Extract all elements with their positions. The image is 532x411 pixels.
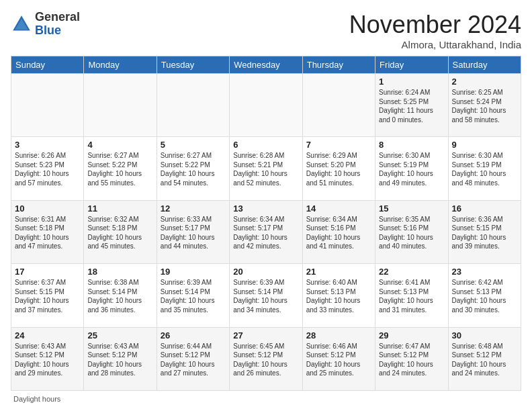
calendar-cell: 29Sunrise: 6:47 AMSunset: 5:12 PMDayligh… bbox=[375, 327, 448, 390]
header-saturday: Saturday bbox=[448, 56, 521, 74]
logo: General Blue bbox=[11, 11, 80, 38]
day-number: 2 bbox=[452, 77, 517, 87]
day-number: 19 bbox=[161, 267, 226, 277]
calendar-cell: 11Sunrise: 6:32 AMSunset: 5:18 PMDayligh… bbox=[84, 200, 157, 263]
day-info: Sunrise: 6:29 AMSunset: 5:20 PMDaylight:… bbox=[306, 151, 371, 187]
day-info: Sunrise: 6:47 AMSunset: 5:12 PMDaylight:… bbox=[379, 342, 444, 378]
calendar-cell: 17Sunrise: 6:37 AMSunset: 5:15 PMDayligh… bbox=[11, 264, 84, 327]
day-number: 5 bbox=[161, 140, 226, 150]
calendar-week-3: 10Sunrise: 6:31 AMSunset: 5:18 PMDayligh… bbox=[11, 200, 521, 263]
day-info: Sunrise: 6:30 AMSunset: 5:19 PMDaylight:… bbox=[379, 151, 444, 187]
day-number: 11 bbox=[87, 203, 152, 214]
day-info: Sunrise: 6:24 AMSunset: 5:25 PMDaylight:… bbox=[379, 88, 444, 124]
day-number: 26 bbox=[161, 330, 226, 340]
calendar-cell: 13Sunrise: 6:34 AMSunset: 5:17 PMDayligh… bbox=[230, 200, 302, 263]
day-info: Sunrise: 6:27 AMSunset: 5:22 PMDaylight:… bbox=[87, 151, 152, 187]
day-number: 10 bbox=[15, 203, 80, 214]
day-info: Sunrise: 6:34 AMSunset: 5:17 PMDaylight:… bbox=[233, 215, 298, 251]
day-number: 29 bbox=[379, 330, 444, 340]
day-number: 4 bbox=[87, 140, 152, 150]
header-thursday: Thursday bbox=[302, 56, 375, 74]
day-info: Sunrise: 6:36 AMSunset: 5:15 PMDaylight:… bbox=[452, 215, 517, 251]
calendar-cell: 12Sunrise: 6:33 AMSunset: 5:17 PMDayligh… bbox=[157, 200, 229, 263]
calendar-cell: 4Sunrise: 6:27 AMSunset: 5:22 PMDaylight… bbox=[84, 137, 157, 200]
day-info: Sunrise: 6:25 AMSunset: 5:24 PMDaylight:… bbox=[452, 88, 517, 124]
day-info: Sunrise: 6:48 AMSunset: 5:12 PMDaylight:… bbox=[452, 342, 517, 378]
calendar-header-row: Sunday Monday Tuesday Wednesday Thursday… bbox=[11, 56, 521, 74]
daylight-hours-label: Daylight hours bbox=[13, 395, 60, 403]
calendar-cell: 1Sunrise: 6:24 AMSunset: 5:25 PMDaylight… bbox=[375, 74, 448, 137]
calendar-table: Sunday Monday Tuesday Wednesday Thursday… bbox=[11, 56, 521, 391]
header-sunday: Sunday bbox=[11, 56, 84, 74]
day-info: Sunrise: 6:40 AMSunset: 5:13 PMDaylight:… bbox=[306, 278, 371, 314]
calendar-week-5: 24Sunrise: 6:43 AMSunset: 5:12 PMDayligh… bbox=[11, 327, 521, 390]
day-number: 8 bbox=[379, 140, 444, 150]
day-number: 13 bbox=[233, 203, 298, 214]
day-number: 6 bbox=[233, 140, 298, 150]
calendar-cell bbox=[84, 74, 157, 137]
calendar-cell bbox=[11, 74, 84, 137]
day-info: Sunrise: 6:45 AMSunset: 5:12 PMDaylight:… bbox=[233, 342, 298, 378]
day-number: 16 bbox=[452, 203, 517, 214]
calendar-cell: 3Sunrise: 6:26 AMSunset: 5:23 PMDaylight… bbox=[11, 137, 84, 200]
day-info: Sunrise: 6:43 AMSunset: 5:12 PMDaylight:… bbox=[87, 342, 152, 378]
day-info: Sunrise: 6:26 AMSunset: 5:23 PMDaylight:… bbox=[15, 151, 80, 187]
calendar-cell: 27Sunrise: 6:45 AMSunset: 5:12 PMDayligh… bbox=[230, 327, 302, 390]
calendar-week-2: 3Sunrise: 6:26 AMSunset: 5:23 PMDaylight… bbox=[11, 137, 521, 200]
day-info: Sunrise: 6:39 AMSunset: 5:14 PMDaylight:… bbox=[233, 278, 298, 314]
day-info: Sunrise: 6:41 AMSunset: 5:13 PMDaylight:… bbox=[379, 278, 444, 314]
header: General Blue November 2024 Almora, Uttar… bbox=[11, 11, 521, 50]
day-number: 7 bbox=[306, 140, 371, 150]
day-number: 23 bbox=[452, 267, 517, 277]
header-monday: Monday bbox=[84, 56, 157, 74]
day-number: 12 bbox=[161, 203, 226, 214]
day-info: Sunrise: 6:34 AMSunset: 5:16 PMDaylight:… bbox=[306, 215, 371, 251]
day-number: 27 bbox=[233, 330, 298, 340]
day-info: Sunrise: 6:27 AMSunset: 5:22 PMDaylight:… bbox=[161, 151, 226, 187]
calendar-cell: 30Sunrise: 6:48 AMSunset: 5:12 PMDayligh… bbox=[448, 327, 521, 390]
calendar-cell: 19Sunrise: 6:39 AMSunset: 5:14 PMDayligh… bbox=[157, 264, 229, 327]
calendar-cell: 14Sunrise: 6:34 AMSunset: 5:16 PMDayligh… bbox=[302, 200, 375, 263]
calendar-cell: 26Sunrise: 6:44 AMSunset: 5:12 PMDayligh… bbox=[157, 327, 229, 390]
title-block: November 2024 Almora, Uttarakhand, India bbox=[349, 11, 521, 50]
header-friday: Friday bbox=[375, 56, 448, 74]
page: General Blue November 2024 Almora, Uttar… bbox=[0, 0, 532, 411]
calendar-cell: 5Sunrise: 6:27 AMSunset: 5:22 PMDaylight… bbox=[157, 137, 229, 200]
day-info: Sunrise: 6:32 AMSunset: 5:18 PMDaylight:… bbox=[87, 215, 152, 251]
calendar-week-1: 1Sunrise: 6:24 AMSunset: 5:25 PMDaylight… bbox=[11, 74, 521, 137]
calendar-cell bbox=[230, 74, 302, 137]
day-info: Sunrise: 6:44 AMSunset: 5:12 PMDaylight:… bbox=[161, 342, 226, 378]
day-number: 28 bbox=[306, 330, 371, 340]
calendar-cell: 15Sunrise: 6:35 AMSunset: 5:16 PMDayligh… bbox=[375, 200, 448, 263]
header-wednesday: Wednesday bbox=[230, 56, 302, 74]
logo-icon bbox=[11, 13, 32, 35]
day-number: 30 bbox=[452, 330, 517, 340]
day-info: Sunrise: 6:38 AMSunset: 5:14 PMDaylight:… bbox=[87, 278, 152, 314]
month-title: November 2024 bbox=[349, 11, 521, 39]
day-info: Sunrise: 6:37 AMSunset: 5:15 PMDaylight:… bbox=[15, 278, 80, 314]
calendar-cell: 7Sunrise: 6:29 AMSunset: 5:20 PMDaylight… bbox=[302, 137, 375, 200]
calendar-cell bbox=[157, 74, 229, 137]
day-info: Sunrise: 6:28 AMSunset: 5:21 PMDaylight:… bbox=[233, 151, 298, 187]
calendar-cell: 23Sunrise: 6:42 AMSunset: 5:13 PMDayligh… bbox=[448, 264, 521, 327]
header-tuesday: Tuesday bbox=[157, 56, 229, 74]
logo-text: General Blue bbox=[35, 11, 80, 38]
day-number: 22 bbox=[379, 267, 444, 277]
day-info: Sunrise: 6:35 AMSunset: 5:16 PMDaylight:… bbox=[379, 215, 444, 251]
calendar-cell: 8Sunrise: 6:30 AMSunset: 5:19 PMDaylight… bbox=[375, 137, 448, 200]
calendar-cell: 22Sunrise: 6:41 AMSunset: 5:13 PMDayligh… bbox=[375, 264, 448, 327]
calendar-cell: 20Sunrise: 6:39 AMSunset: 5:14 PMDayligh… bbox=[230, 264, 302, 327]
day-info: Sunrise: 6:39 AMSunset: 5:14 PMDaylight:… bbox=[161, 278, 226, 314]
day-number: 9 bbox=[452, 140, 517, 150]
calendar-cell: 2Sunrise: 6:25 AMSunset: 5:24 PMDaylight… bbox=[448, 74, 521, 137]
day-number: 21 bbox=[306, 267, 371, 277]
day-number: 14 bbox=[306, 203, 371, 214]
calendar-week-4: 17Sunrise: 6:37 AMSunset: 5:15 PMDayligh… bbox=[11, 264, 521, 327]
day-info: Sunrise: 6:42 AMSunset: 5:13 PMDaylight:… bbox=[452, 278, 517, 314]
day-info: Sunrise: 6:43 AMSunset: 5:12 PMDaylight:… bbox=[15, 342, 80, 378]
calendar-cell: 6Sunrise: 6:28 AMSunset: 5:21 PMDaylight… bbox=[230, 137, 302, 200]
calendar-cell: 28Sunrise: 6:46 AMSunset: 5:12 PMDayligh… bbox=[302, 327, 375, 390]
day-info: Sunrise: 6:33 AMSunset: 5:17 PMDaylight:… bbox=[161, 215, 226, 251]
day-info: Sunrise: 6:31 AMSunset: 5:18 PMDaylight:… bbox=[15, 215, 80, 251]
day-number: 17 bbox=[15, 267, 80, 277]
